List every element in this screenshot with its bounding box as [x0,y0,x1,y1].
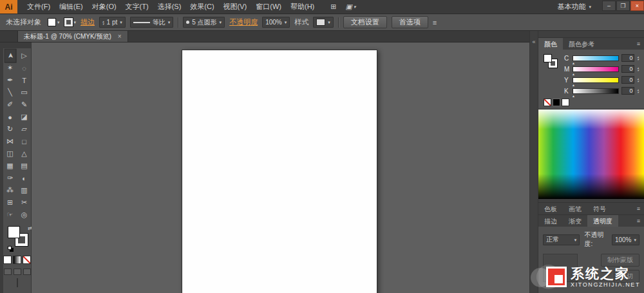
panel-menu-icon[interactable]: ≡ [633,215,644,227]
app-logo[interactable]: Ai [0,0,17,14]
channel-value-field[interactable]: 0 [621,87,634,95]
channel-spinner[interactable]: ▴ ▾ [637,77,639,82]
blend-tool[interactable]: ◐ [17,172,32,184]
pen-tool[interactable]: ✒ [3,74,17,86]
tab-swatches[interactable]: 色板 [538,203,563,214]
opacity-combo[interactable]: 100% ▾ [262,17,290,28]
gradient-button[interactable] [13,256,21,264]
slice-tool[interactable]: ✂ [17,196,32,209]
brush-definition-combo[interactable]: 5 点圆形 ▾ [183,17,225,28]
type-tool[interactable]: T [17,74,32,86]
rotate-tool[interactable]: ↻ [3,123,17,135]
panel-menu-icon[interactable]: ≡ [633,203,644,214]
hand-tool[interactable]: ☞ [3,209,17,221]
slider-marker-icon[interactable]: ▲ [572,94,575,98]
slider-marker-icon[interactable]: ▲ [572,83,575,87]
tab-stroke[interactable]: 描边 [538,215,563,227]
channel-value-field[interactable]: 0 [621,76,634,84]
channel-slider[interactable]: ▲ [573,66,619,72]
channel-spinner[interactable]: ▴ ▾ [637,66,639,71]
blend-mode-select[interactable]: 正常 ▾ [543,234,580,245]
default-colors-icon[interactable] [8,246,12,250]
document-tab[interactable]: 未标题-1 @ 70% (CMYK/预览) × [17,30,128,42]
workspace-switcher[interactable]: 基本功能 ▾ [557,0,591,14]
draw-inside-button[interactable] [23,269,31,275]
selection-tool[interactable]: ➤ [4,49,16,63]
fill-color-indicator[interactable] [8,226,20,238]
direct-selection-tool[interactable]: ▷ [17,50,32,62]
draw-behind-button[interactable] [14,269,21,275]
none-button[interactable] [23,256,31,264]
column-graph-tool[interactable]: ▥ [17,184,32,196]
tab-brushes[interactable]: 画笔 [563,203,587,214]
menu-item-type[interactable]: 文字(T) [121,0,153,14]
perspective-grid-tool[interactable]: △ [17,147,32,160]
panel-menu-icon[interactable]: ≡ [633,38,644,50]
panel-opacity-select[interactable]: 100% ▾ [612,234,639,245]
pencil-tool[interactable]: ✎ [17,99,32,111]
style-combo[interactable]: ▾ [313,17,334,28]
white-swatch[interactable] [562,99,569,106]
lasso-tool[interactable]: ◌ [17,62,32,74]
menu-item-help[interactable]: 帮助(H) [286,0,319,14]
close-button[interactable]: × [630,1,644,11]
blob-brush-tool[interactable]: ● [3,111,17,123]
zoom-tool[interactable]: ◎ [17,209,32,221]
preferences-button[interactable]: 首选项 [392,16,428,28]
toolbar-grip[interactable] [3,43,31,48]
channel-value-field[interactable]: 0 [621,54,634,62]
menu-item-file[interactable]: 文件(F) [23,0,55,14]
screen-mode-button[interactable] [17,278,18,287]
width-tool[interactable]: ⋈ [3,135,17,147]
paintbrush-tool[interactable]: ✐ [3,99,17,111]
channel-slider[interactable]: ▲ [573,88,619,94]
artboard[interactable] [182,50,377,293]
panel-fill-indicator[interactable] [544,54,552,62]
none-swatch[interactable] [544,99,551,106]
menu-item-select[interactable]: 选择(S) [153,0,186,14]
spinner-down-icon[interactable]: ▾ [637,91,639,93]
slider-marker-icon[interactable]: ▲ [572,72,575,76]
channel-value-field[interactable]: 0 [621,65,634,73]
eyedropper-tool[interactable]: ✑ [3,172,17,184]
control-panel-menu-icon[interactable]: ≡ [433,19,437,26]
slider-marker-icon[interactable]: ▲ [572,61,575,65]
menu-item-window[interactable]: 窗口(W) [251,0,286,14]
canvas[interactable] [32,43,529,293]
free-transform-tool[interactable]: □ [17,135,32,147]
grid-icon[interactable]: ⊞ [330,3,336,11]
magic-wand-tool[interactable]: ✶ [3,62,17,74]
spinner-down-icon[interactable]: ▾ [637,58,639,61]
draw-normal-button[interactable] [4,269,12,275]
rectangle-tool[interactable]: ▭ [17,86,32,99]
tab-symbols[interactable]: 符号 [587,203,612,214]
black-swatch[interactable] [553,99,560,106]
menu-item-view[interactable]: 视图(V) [219,0,252,14]
stroke-profile-combo[interactable]: 等比 ▾ [130,17,174,28]
scale-tool[interactable]: ▱ [17,123,32,135]
panel-fill-stroke-indicator[interactable] [544,54,559,71]
opacity-panel-link[interactable]: 不透明度 [229,17,258,27]
menu-item-object[interactable]: 对象(O) [88,0,121,14]
stepper-icon[interactable]: ▴ ▾ [102,20,104,25]
tab-transparency[interactable]: 透明度 [587,215,618,227]
stroke-weight-combo[interactable]: ▴ ▾ 1 pt ▾ [99,17,126,28]
menu-item-edit[interactable]: 编辑(E) [55,0,88,14]
channel-spinner[interactable]: ▴ ▾ [637,88,639,93]
mesh-tool[interactable]: ▦ [3,160,17,172]
stroke-color-picker[interactable]: ▾ [64,18,77,26]
spinner-down-icon[interactable]: ▾ [637,80,639,82]
color-button[interactable] [3,256,12,264]
restore-button[interactable]: ❐ [616,1,630,11]
channel-slider[interactable]: ▲ [573,77,619,83]
symbol-sprayer-tool[interactable]: ⁂ [3,184,17,196]
spinner-down-icon[interactable]: ▾ [637,69,639,71]
spinner-down-icon[interactable]: ▾ [102,23,104,25]
artboard-tool[interactable]: ⊞ [3,196,17,209]
color-spectrum[interactable] [538,109,644,199]
channel-slider[interactable]: ▲ [573,55,619,61]
tab-color[interactable]: 颜色 [538,38,563,50]
expand-dock-icon[interactable]: « [532,39,535,45]
fill-color-picker[interactable]: ▾ [48,18,60,26]
eraser-tool[interactable]: ◪ [17,111,32,123]
